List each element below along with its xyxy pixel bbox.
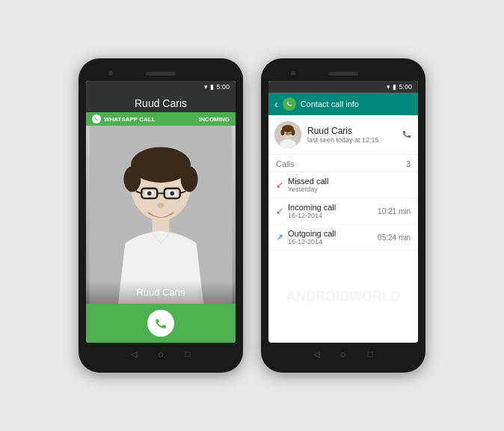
call-items-list: ↙ Missed call Yesterday ↙ Incoming call …	[268, 172, 418, 251]
svg-point-5	[181, 166, 198, 192]
svg-point-13	[147, 192, 152, 196]
contact-header: Ruud Caris last seen today at 12:15	[268, 115, 418, 155]
svg-point-15	[157, 203, 165, 209]
call-date-0: Yesterday	[288, 186, 406, 193]
call-date-1: 16-12-2014	[288, 212, 373, 219]
status-icons-2: ▾ ▮ 5:00	[387, 83, 412, 91]
svg-point-20	[281, 129, 285, 135]
svg-point-14	[170, 192, 174, 196]
call-actions	[86, 304, 236, 343]
svg-rect-23	[289, 133, 292, 134]
caller-name-overlay: Ruud Caris	[86, 281, 236, 304]
answer-call-button[interactable]	[147, 310, 174, 337]
camera-dot-2	[291, 71, 295, 76]
call-date-2: 16-12-2014	[288, 238, 373, 245]
nav-recent-2[interactable]	[364, 348, 376, 360]
banner-left: WHATSAPP CALL	[92, 114, 156, 123]
phone-2: ▾ ▮ 5:00 ‹ Contact call info	[261, 58, 425, 373]
banner-incoming: INCOMING	[199, 116, 230, 123]
phone-2-screen: ▾ ▮ 5:00 ‹ Contact call info	[268, 81, 418, 343]
phone-1-bottom	[86, 343, 236, 365]
app-header-title: Contact call info	[301, 100, 359, 108]
svg-point-4	[123, 166, 141, 192]
contact-name: Ruud Caris	[307, 126, 396, 136]
status-icons-1: ▾ ▮ 5:00	[204, 83, 230, 91]
nav-back-2[interactable]	[310, 348, 322, 360]
battery-icon-2: ▮	[393, 83, 396, 91]
phone-1: ▾ ▮ 5:00 Ruud Caris WHATSAPP CALL	[79, 58, 243, 373]
calls-section: Calls 3 ↙ Missed call Yesterday ↙ Incomi…	[268, 155, 418, 251]
call-type-2: Outgoing call	[288, 229, 373, 238]
wifi-icon: ▾	[204, 83, 208, 91]
svg-rect-16	[153, 218, 170, 233]
status-bar-2: ▾ ▮ 5:00	[268, 81, 418, 93]
svg-rect-22	[286, 133, 289, 134]
watermark: ANDROIDWORLD	[268, 251, 418, 343]
time-1: 5:00	[216, 83, 230, 91]
call-type-0: Missed call	[288, 177, 406, 186]
time-2: 5:00	[399, 83, 412, 91]
call-item-0: ↙ Missed call Yesterday	[268, 172, 418, 198]
wa-icon-small	[92, 114, 101, 123]
contact-avatar	[274, 121, 301, 148]
whatsapp-banner: WHATSAPP CALL INCOMING	[86, 112, 236, 126]
speaker-slot-2	[328, 72, 358, 76]
nav-home-1[interactable]	[155, 348, 167, 360]
call-duration-2: 05:24 min	[378, 233, 411, 242]
nav-back-1[interactable]	[128, 348, 140, 360]
phone-1-top	[86, 66, 236, 81]
contact-last-seen: last seen today at 12:15	[307, 136, 396, 144]
call-arrow-2: ↗	[276, 232, 283, 242]
phone-call-icon[interactable]	[402, 129, 412, 141]
call-type-1: Incoming call	[288, 203, 373, 212]
call-details-1: Incoming call 16-12-2014	[288, 203, 373, 219]
call-details-0: Missed call Yesterday	[288, 177, 406, 193]
call-item-1: ↙ Incoming call 16-12-2014 10:21 min	[268, 198, 418, 224]
call-arrow-0: ↙	[276, 180, 283, 190]
call-arrow-1: ↙	[276, 206, 283, 216]
status-bar-1: ▾ ▮ 5:00	[86, 81, 236, 93]
speaker-slot	[146, 72, 176, 76]
nav-recent-1[interactable]	[182, 348, 194, 360]
phones-container: ▾ ▮ 5:00 Ruud Caris WHATSAPP CALL	[79, 58, 425, 373]
calls-count: 3	[406, 159, 411, 168]
banner-label: WHATSAPP CALL	[104, 116, 156, 123]
phone-1-screen: ▾ ▮ 5:00 Ruud Caris WHATSAPP CALL	[86, 81, 236, 343]
whatsapp-logo	[283, 97, 296, 111]
app-header: ‹ Contact call info	[268, 93, 418, 115]
camera-dot	[108, 71, 113, 76]
calls-label: Calls	[276, 159, 294, 168]
calls-header: Calls 3	[268, 155, 418, 172]
nav-home-2[interactable]	[337, 348, 349, 360]
wifi-icon-2: ▾	[387, 83, 390, 91]
svg-point-21	[292, 129, 295, 135]
call-details-2: Outgoing call 16-12-2014	[288, 229, 373, 245]
contact-info: Ruud Caris last seen today at 12:15	[307, 126, 396, 144]
back-button[interactable]: ‹	[274, 98, 278, 110]
caller-photo: Ruud Caris	[86, 126, 236, 304]
caller-name-top: Ruud Caris	[86, 93, 236, 112]
call-item-2: ↗ Outgoing call 16-12-2014 05:24 min	[268, 224, 418, 251]
call-duration-1: 10:21 min	[378, 207, 411, 216]
battery-icon: ▮	[210, 83, 214, 91]
phone-2-bottom	[268, 343, 418, 365]
phone-2-top	[268, 66, 418, 81]
